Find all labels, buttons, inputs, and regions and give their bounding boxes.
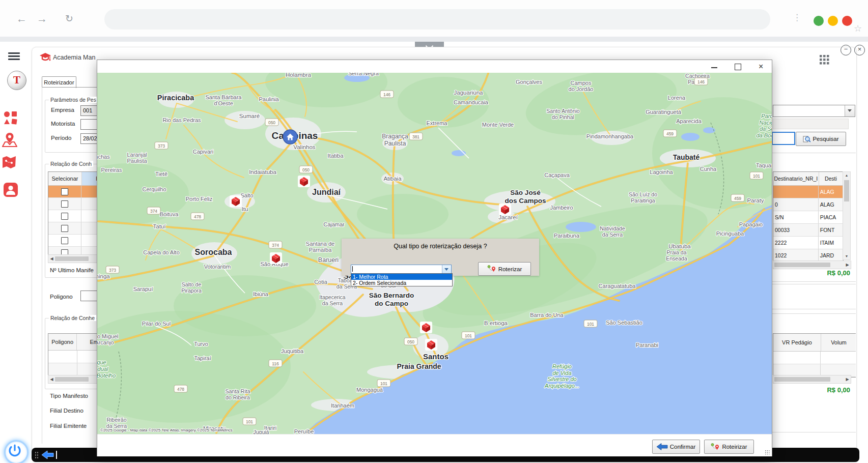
scroll-up-icon[interactable]: ▲ <box>843 173 850 177</box>
shapes-icon[interactable] <box>4 111 18 125</box>
filial-emitente-label: Filial Emitente <box>50 423 87 429</box>
table-row[interactable] <box>773 352 856 364</box>
drag-handle[interactable] <box>35 451 39 458</box>
address-bar[interactable]: ☆ <box>104 9 770 30</box>
back-arrow-icon <box>657 443 668 450</box>
chevron-down-icon[interactable] <box>845 105 855 117</box>
column-header[interactable]: Destinatario_NR_I <box>773 172 819 185</box>
right-panel: Pesquisar Destinatario_NR_IDestiALAG0ALA… <box>771 47 856 461</box>
app-close-icon[interactable]: × <box>854 45 865 55</box>
roteirizar-button[interactable]: Roteirizar <box>704 440 754 454</box>
close-icon[interactable]: × <box>759 63 763 70</box>
scroll-down-icon[interactable]: ▼ <box>843 254 850 258</box>
tab-roteirizador[interactable]: Roteirizador <box>42 76 76 88</box>
roterizar-button[interactable]: Roterizar <box>478 262 531 276</box>
table-row[interactable] <box>48 210 97 222</box>
table-row[interactable]: 0ALAG <box>773 198 843 211</box>
dropdown-option[interactable]: 2- Ordem Selecionada <box>351 280 452 286</box>
poligono-field[interactable] <box>80 291 97 301</box>
fieldset-right2 <box>771 284 856 309</box>
forward-icon[interactable]: → <box>37 13 47 24</box>
maximize-icon[interactable] <box>735 64 741 70</box>
power-icon[interactable] <box>4 440 29 463</box>
table-row[interactable] <box>48 351 97 363</box>
map-label: Paranabi <box>636 342 658 348</box>
route-shield: 101 <box>377 380 390 387</box>
person-icon[interactable] <box>4 183 18 197</box>
package-marker[interactable] <box>425 339 437 351</box>
route-shield: 050 <box>265 119 278 126</box>
vscrollbar[interactable]: ▲ ▼ <box>843 171 851 260</box>
home-marker[interactable] <box>283 130 297 144</box>
dropdown-option[interactable]: 1- Melhor Rota <box>351 274 452 280</box>
refresh-icon[interactable]: ↻ <box>65 14 73 23</box>
column-header[interactable]: Poligono <box>48 334 77 350</box>
empresa-field[interactable]: 001 <box>80 105 97 116</box>
row-checkbox[interactable] <box>61 200 68 208</box>
minimize-icon[interactable] <box>711 67 717 68</box>
map-pin-icon[interactable] <box>2 132 17 148</box>
table-row[interactable] <box>48 222 97 235</box>
back-icon[interactable]: ← <box>16 13 27 24</box>
confirmar-button[interactable]: Confirmar <box>652 440 700 454</box>
table-row[interactable] <box>48 186 97 198</box>
column-header[interactable]: Poli <box>82 172 97 185</box>
map-window-titlebar[interactable]: × <box>97 60 772 73</box>
column-header[interactable]: Empre <box>77 334 97 350</box>
table-row[interactable] <box>48 235 97 247</box>
right-dropdown[interactable] <box>773 105 855 117</box>
scroll-left-icon[interactable]: ◀ <box>48 256 55 261</box>
column-header[interactable]: VR Pedágio <box>773 334 821 351</box>
hscrollbar[interactable]: ▶ <box>773 375 851 384</box>
flat-field[interactable] <box>773 119 849 129</box>
map-canvas[interactable]: Serra NegraHolambraGonçalvesCachoeiraPau… <box>97 73 772 434</box>
row-checkbox[interactable] <box>61 188 68 195</box>
traffic-light-yellow[interactable] <box>828 16 838 26</box>
table-row[interactable]: S/NPIACA <box>773 211 843 224</box>
scroll-left-icon[interactable]: ◀ <box>48 377 55 382</box>
package-marker[interactable] <box>499 204 511 215</box>
svg-text:050: 050 <box>302 167 310 172</box>
row-checkbox[interactable] <box>61 213 68 220</box>
map-icon[interactable] <box>2 155 17 170</box>
package-marker[interactable] <box>230 195 242 207</box>
package-marker[interactable] <box>420 322 432 333</box>
package-marker[interactable] <box>270 252 282 264</box>
traffic-light-green[interactable] <box>814 16 824 26</box>
column-header[interactable]: Selecionar <box>48 172 82 185</box>
map-label: Camanducaia <box>454 99 489 105</box>
scroll-right-icon[interactable]: ▶ <box>844 263 851 267</box>
svg-text:050: 050 <box>268 120 275 125</box>
row-checkbox[interactable] <box>61 225 68 232</box>
table-row[interactable] <box>48 198 97 210</box>
taskbar-back-icon[interactable] <box>42 450 54 459</box>
motorista-field[interactable] <box>80 119 97 130</box>
svg-text:101: 101 <box>753 173 760 179</box>
bookmark-star-icon[interactable]: ☆ <box>854 23 862 34</box>
table-row[interactable]: 2222ITAIM <box>773 237 843 249</box>
map-label: Juquitiba <box>281 348 304 354</box>
hscrollbar[interactable]: ◀ <box>48 254 97 263</box>
search-button[interactable]: Pesquisar <box>796 132 846 146</box>
table-row[interactable]: ALAG <box>773 186 843 198</box>
chevron-down-icon[interactable] <box>442 265 451 274</box>
hscrollbar[interactable]: ▶ <box>773 261 851 269</box>
browser-menu-icon[interactable]: ⋮ <box>793 12 801 23</box>
map-label: Natividadeda Serra <box>600 225 625 238</box>
resize-grip[interactable] <box>765 450 770 455</box>
table-row[interactable] <box>48 363 97 376</box>
search-input[interactable] <box>772 132 795 145</box>
t-logo[interactable]: T <box>7 71 26 90</box>
scroll-right-icon[interactable]: ▶ <box>844 377 851 382</box>
hscrollbar[interactable]: ◀ <box>48 375 97 384</box>
map-label: Piracicaba <box>157 94 194 102</box>
periodo-field[interactable]: 28/02 <box>80 133 97 144</box>
hamburger-menu-icon[interactable] <box>8 52 20 60</box>
column-header[interactable]: Volum <box>821 334 856 351</box>
traffic-light-red[interactable] <box>842 16 852 26</box>
column-header[interactable]: Desti <box>819 172 843 185</box>
table-row[interactable]: 00033FONT <box>773 224 843 237</box>
ultimo-manifesto-label: Nº Ultimo Manife <box>50 267 94 273</box>
package-marker[interactable] <box>298 176 310 187</box>
row-checkbox[interactable] <box>61 237 68 244</box>
